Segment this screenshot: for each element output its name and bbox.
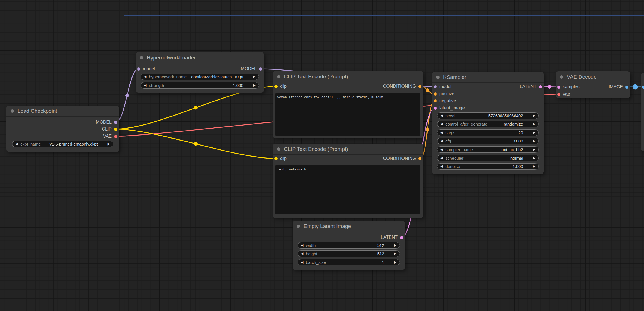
input-slot-model[interactable]: model — [434, 83, 451, 90]
node-title-bar[interactable]: Empty Latent Image — [293, 221, 405, 232]
increment-arrow-icon[interactable]: ▶ — [394, 259, 396, 265]
input-slot-clip[interactable]: clip — [274, 83, 287, 90]
latent-input-dot[interactable] — [434, 107, 437, 110]
increment-arrow-icon[interactable]: ▶ — [394, 250, 396, 257]
increment-arrow-icon[interactable]: ▶ — [533, 112, 535, 119]
increment-arrow-icon[interactable]: ▶ — [394, 242, 396, 249]
widget-ckpt-name[interactable]: ◀ ckpt_name v1-5-pruned-emaonly.ckpt ▶ — [12, 141, 113, 147]
decrement-arrow-icon[interactable]: ◀ — [440, 138, 443, 144]
node-title-bar[interactable]: Load Checkpoint — [6, 106, 119, 117]
input-slot-model[interactable]: model — [137, 65, 155, 72]
increment-arrow-icon[interactable]: ▶ — [533, 163, 535, 170]
vae-output-dot[interactable] — [114, 135, 117, 138]
latent-input-dot[interactable] — [557, 86, 560, 89]
decrement-arrow-icon[interactable]: ◀ — [440, 129, 443, 136]
clip-input-dot[interactable] — [274, 157, 278, 160]
output-slot-vae[interactable]: VAE — [6, 133, 119, 140]
input-slot-vae[interactable]: vae — [556, 91, 630, 98]
output-slot-conditioning[interactable]: CONDITIONING — [383, 83, 421, 90]
vae-input-dot[interactable] — [557, 93, 560, 96]
model-output-dot[interactable] — [259, 67, 262, 71]
collapse-dot-icon[interactable] — [140, 56, 143, 59]
widget-hypernetwork-name[interactable]: ◀ hypernetwork_name dantionMarbleStatues… — [141, 74, 259, 80]
conditioning-input-dot[interactable] — [434, 92, 437, 96]
decrement-arrow-icon[interactable]: ◀ — [144, 82, 146, 89]
node-vae-decode[interactable]: VAE Decode samples IMAGE vae — [556, 71, 630, 98]
decrement-arrow-icon[interactable]: ◀ — [440, 112, 443, 119]
increment-arrow-icon[interactable]: ▶ — [108, 141, 110, 147]
node-title-bar[interactable]: VAE Decode — [556, 71, 630, 82]
output-slot-image[interactable]: IMAGE — [608, 83, 628, 91]
node-empty-latent-image[interactable]: Empty Latent Image LATENT ◀ width 512 ▶ … — [293, 221, 405, 270]
decrement-arrow-icon[interactable]: ◀ — [440, 163, 443, 170]
clip-input-dot[interactable] — [274, 85, 278, 88]
increment-arrow-icon[interactable]: ▶ — [253, 74, 256, 80]
node-title-bar[interactable]: KSampler — [432, 72, 544, 83]
image-input-dot[interactable] — [642, 86, 644, 89]
conditioning-output-dot[interactable] — [418, 85, 421, 88]
input-slot-latent-image[interactable]: latent_image — [432, 104, 544, 112]
input-slot-samples[interactable]: samples — [557, 83, 580, 91]
latent-output-dot[interactable] — [400, 236, 403, 239]
decrement-arrow-icon[interactable]: ◀ — [15, 141, 18, 147]
output-slot-model[interactable]: MODEL — [241, 65, 262, 72]
decrement-arrow-icon[interactable]: ◀ — [301, 250, 303, 257]
collapse-dot-icon[interactable] — [560, 75, 563, 79]
input-slot-clip[interactable]: clip — [274, 155, 287, 162]
increment-arrow-icon[interactable]: ▶ — [253, 82, 256, 89]
output-slot-latent[interactable]: LATENT — [520, 83, 542, 90]
increment-arrow-icon[interactable]: ▶ — [533, 146, 535, 153]
widget-width[interactable]: ◀ width 512 ▶ — [298, 242, 400, 249]
increment-arrow-icon[interactable]: ▶ — [533, 138, 535, 144]
node-hypernetwork-loader[interactable]: HypernetworkLoader model MODEL ◀ hyperne… — [136, 52, 264, 93]
prompt-textarea[interactable]: woman (fennec ears fox ears:1.1), marble… — [275, 93, 420, 136]
node-title-bar[interactable]: CLIP Text Encode (Prompt) — [273, 144, 423, 155]
increment-arrow-icon[interactable]: ▶ — [533, 121, 535, 127]
widget-scheduler[interactable]: ◀ scheduler normal ▶ — [437, 155, 539, 161]
node-load-checkpoint[interactable]: Load Checkpoint MODEL CLIP VAE ◀ ckpt_na… — [6, 106, 119, 152]
increment-arrow-icon[interactable]: ▶ — [533, 155, 535, 161]
decrement-arrow-icon[interactable]: ◀ — [440, 155, 443, 161]
collapse-dot-icon[interactable] — [436, 76, 440, 79]
output-slot-conditioning[interactable]: CONDITIONING — [383, 155, 421, 162]
node-partially-visible[interactable] — [641, 73, 644, 151]
widget-control-after-generate[interactable]: ◀ control_after_generate randomize ▶ — [437, 121, 539, 127]
widget-cfg[interactable]: ◀ cfg 8.000 ▶ — [437, 138, 539, 144]
input-slot-negative[interactable]: negative — [432, 97, 544, 104]
node-clip-text-encode-negative[interactable]: CLIP Text Encode (Prompt) clip CONDITION… — [273, 144, 423, 218]
decrement-arrow-icon[interactable]: ◀ — [301, 242, 303, 249]
decrement-arrow-icon[interactable]: ◀ — [301, 259, 303, 265]
widget-denoise[interactable]: ◀ denoise 1.000 ▶ — [437, 163, 539, 170]
clip-output-dot[interactable] — [114, 128, 117, 131]
widget-strength[interactable]: ◀ strength 1.000 ▶ — [141, 82, 259, 89]
node-ksampler[interactable]: KSampler model LATENT positive negative … — [432, 72, 544, 174]
widget-steps[interactable]: ◀ steps 20 ▶ — [437, 129, 539, 136]
decrement-arrow-icon[interactable]: ◀ — [440, 146, 443, 153]
widget-sampler-name[interactable]: ◀ sampler_name uni_pc_bh2 ▶ — [437, 146, 539, 153]
widget-height[interactable]: ◀ height 512 ▶ — [298, 250, 400, 257]
image-output-dot[interactable] — [625, 86, 628, 89]
decrement-arrow-icon[interactable]: ◀ — [144, 74, 146, 80]
collapse-dot-icon[interactable] — [11, 109, 14, 113]
model-output-dot[interactable] — [114, 121, 117, 124]
conditioning-output-dot[interactable] — [418, 157, 421, 160]
graph-canvas[interactable]: Load Checkpoint MODEL CLIP VAE ◀ ckpt_na… — [0, 0, 644, 311]
prompt-textarea[interactable]: text, watermark — [275, 165, 420, 214]
decrement-arrow-icon[interactable]: ◀ — [440, 121, 443, 127]
output-slot-clip[interactable]: CLIP — [6, 126, 119, 133]
collapse-dot-icon[interactable] — [277, 75, 280, 78]
input-slot-positive[interactable]: positive — [432, 90, 544, 97]
model-input-dot[interactable] — [137, 67, 140, 71]
collapse-dot-icon[interactable] — [277, 147, 280, 151]
latent-output-dot[interactable] — [539, 85, 542, 88]
node-clip-text-encode-positive[interactable]: CLIP Text Encode (Prompt) clip CONDITION… — [273, 71, 423, 138]
widget-batch-size[interactable]: ◀ batch_size 1 ▶ — [298, 259, 400, 265]
node-title-bar[interactable]: HypernetworkLoader — [136, 52, 264, 63]
output-slot-model[interactable]: MODEL — [6, 119, 119, 126]
node-title-bar[interactable]: CLIP Text Encode (Prompt) — [273, 71, 423, 82]
conditioning-input-dot[interactable] — [434, 99, 437, 102]
widget-seed[interactable]: ◀ seed 572636856966402 ▶ — [437, 112, 539, 119]
collapse-dot-icon[interactable] — [297, 225, 300, 228]
increment-arrow-icon[interactable]: ▶ — [533, 129, 535, 136]
model-input-dot[interactable] — [434, 85, 437, 88]
